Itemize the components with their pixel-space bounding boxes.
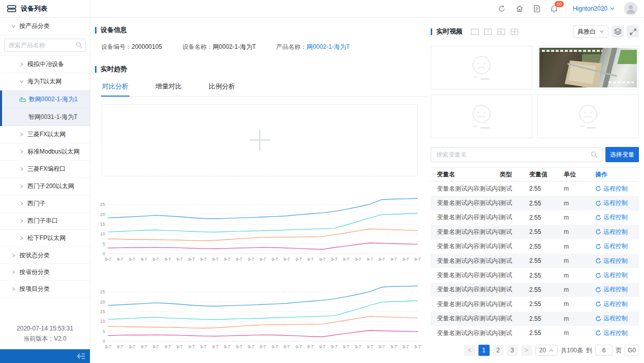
cell-variable-name: 变量名测试内容测试内容: [431, 242, 500, 251]
tab-1[interactable]: 对比分析: [101, 78, 130, 97]
remote-control-link[interactable]: 远程控制: [595, 271, 639, 280]
svg-text:0: 0: [103, 251, 105, 256]
cell-unit: m: [564, 214, 595, 221]
tab-3[interactable]: 比例分析: [208, 78, 236, 96]
sidebar-collapse-bar[interactable]: [0, 349, 90, 363]
layout-three-icon[interactable]: [497, 28, 505, 35]
product-search-input[interactable]: [4, 39, 86, 52]
svg-text:9-7: 9-7: [331, 344, 338, 349]
username: Hignton2020: [573, 5, 607, 12]
select-variable-button[interactable]: 选择变量: [605, 147, 639, 162]
no-video-placeholder-icon: [464, 53, 499, 82]
go-button[interactable]: G0: [625, 345, 639, 356]
sidebar-category-7[interactable]: 西门子: [0, 195, 90, 213]
remote-control-link[interactable]: 远程控制: [595, 314, 639, 323]
sidebar-category-8[interactable]: 西门子串口: [0, 213, 90, 230]
remote-control-link[interactable]: 远程控制: [595, 242, 639, 251]
remote-control-link[interactable]: 远程控制: [595, 213, 639, 222]
page-button-2[interactable]: 2: [493, 345, 504, 356]
remote-control-link[interactable]: 远程控制: [595, 257, 639, 265]
svg-text:9-7: 9-7: [283, 257, 290, 262]
layout-single-icon[interactable]: [471, 28, 479, 35]
cell-type: 测试: [500, 228, 529, 236]
footer-version: 当前版本：V2.0: [0, 334, 90, 344]
svg-text:9-7: 9-7: [188, 344, 195, 349]
cell-unit: m: [564, 185, 595, 192]
layout-two-icon[interactable]: [484, 28, 492, 35]
remote-control-link[interactable]: 远程控制: [595, 185, 639, 193]
sidebar-section-product[interactable]: 按产品分类: [0, 18, 90, 35]
remote-control-link[interactable]: 远程控制: [595, 285, 639, 294]
sidebar-section-4[interactable]: 按项目分类: [0, 281, 90, 297]
svg-text:9-7: 9-7: [414, 344, 421, 349]
page-button-3[interactable]: 3: [507, 345, 518, 356]
document-icon[interactable]: [533, 5, 540, 13]
chevron-right-icon: [11, 287, 16, 291]
page-button-1[interactable]: 1: [478, 345, 490, 356]
remote-control-link[interactable]: 远程控制: [595, 228, 639, 236]
refresh-icon[interactable]: [498, 5, 506, 13]
user-menu[interactable]: Hignton2020: [573, 5, 615, 12]
sidebar-category-9[interactable]: 松下FP以太网: [0, 230, 90, 247]
layout-four-icon[interactable]: [510, 28, 519, 35]
add-variable-dropzone[interactable]: [102, 104, 418, 176]
remote-control-link[interactable]: 远程控制: [595, 329, 639, 338]
cell-value: 2.55: [529, 329, 564, 337]
sidebar-category-5[interactable]: 三菱FX编程口: [0, 161, 90, 178]
svg-text:9-7: 9-7: [236, 344, 243, 349]
camera-frame[interactable]: [539, 48, 637, 87]
remote-control-label: 远程控制: [603, 300, 628, 309]
svg-text:9-7: 9-7: [307, 344, 314, 349]
table-header: 变量名类型变量值单位操作: [431, 167, 639, 182]
main-panel: 设备信息 设备编号：200000105设备名称：网0002-1-海为T产品名称：…: [90, 18, 429, 363]
user-avatar[interactable]: [624, 2, 637, 15]
chevron-right-icon: [11, 253, 16, 258]
remote-control-icon: [595, 186, 601, 192]
remote-control-icon: [595, 301, 601, 307]
table-row: 变量名测试内容测试内容 测试 2.55 m 远程控制: [431, 312, 639, 326]
plus-icon: [250, 130, 270, 150]
sidebar-category-6[interactable]: 西门子200以太网: [0, 178, 90, 195]
sidebar-section-3[interactable]: 按省份分类: [0, 264, 90, 281]
sidebar-category-4[interactable]: 标准Modbus以太网: [0, 143, 90, 161]
remote-control-link[interactable]: 远程控制: [595, 300, 639, 309]
title-bar-accent: [431, 28, 432, 35]
cell-variable-name: 变量名测试内容测试内容: [431, 300, 500, 309]
video-title: 实时视频: [431, 27, 463, 36]
svg-text:9-7: 9-7: [176, 344, 183, 349]
prev-page-button[interactable]: <: [464, 345, 475, 356]
sidebar-section-2[interactable]: 按状态分类: [0, 247, 90, 264]
cell-value: 2.55: [529, 257, 564, 264]
sidebar-category-1[interactable]: 模拟中冶设备: [0, 56, 90, 73]
sidebar-category-3[interactable]: 三菱FX以太网: [0, 126, 90, 143]
collapse-sidebar-icon[interactable]: [77, 353, 85, 359]
section-label: 按产品分类: [19, 22, 50, 31]
search-icon[interactable]: [76, 42, 82, 50]
tab-2[interactable]: 增量对比: [154, 78, 183, 96]
table-row: 变量名测试内容测试内容 测试 2.55 m 远程控制: [431, 326, 639, 340]
sidebar-device-item[interactable]: 数网0002-1-海为1: [0, 90, 90, 108]
field-value[interactable]: 网0002-1-海为T: [307, 43, 350, 50]
theme-select[interactable]: 典雅白: [573, 25, 608, 38]
video-cell-empty[interactable]: [537, 95, 639, 138]
svg-text:9-7: 9-7: [153, 257, 159, 262]
cell-variable-name: 变量名测试内容测试内容: [431, 329, 500, 338]
layers-button[interactable]: [611, 25, 624, 38]
sidebar-category-2[interactable]: 海为T以太网: [0, 73, 90, 90]
cell-variable-name: 变量名测试内容测试内容: [431, 257, 500, 265]
goto-page-input[interactable]: 6: [595, 345, 613, 356]
video-cell-empty[interactable]: [431, 46, 532, 89]
search-icon[interactable]: [591, 151, 598, 160]
bell-icon[interactable]: 10: [550, 5, 558, 13]
page-size-select[interactable]: 20: [535, 345, 558, 356]
video-cell-empty[interactable]: [431, 95, 532, 138]
video-cell-live[interactable]: [537, 46, 639, 89]
device-list-icon: [7, 5, 16, 12]
fullscreen-button[interactable]: [627, 25, 639, 38]
sidebar-device-item[interactable]: 智网0031-1-海为T: [0, 108, 90, 126]
home-icon[interactable]: [516, 5, 524, 13]
remote-control-icon: [595, 287, 601, 293]
variable-search-input[interactable]: [431, 147, 602, 162]
remote-control-link[interactable]: 远程控制: [595, 199, 639, 207]
next-page-button[interactable]: >: [521, 345, 532, 356]
